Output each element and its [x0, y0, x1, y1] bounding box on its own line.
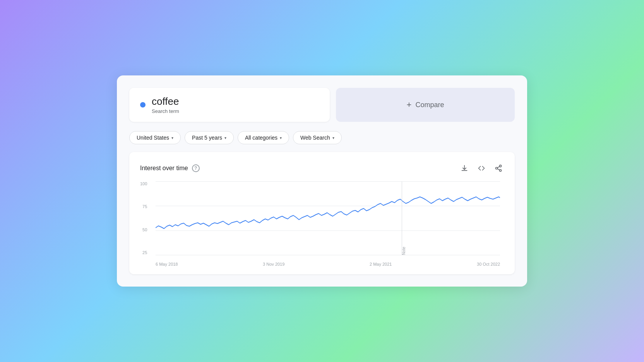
- y-label-100: 100: [140, 181, 147, 186]
- chevron-down-icon: ▾: [332, 136, 334, 140]
- compare-label: Compare: [415, 101, 444, 109]
- svg-line-3: [497, 169, 500, 170]
- question-mark: ?: [194, 166, 197, 171]
- compare-box[interactable]: + Compare: [336, 88, 515, 122]
- line-chart-svg: [156, 181, 500, 255]
- filter-source-label: Web Search: [300, 135, 330, 141]
- svg-line-4: [497, 167, 500, 168]
- x-label-4: 30 Oct 2022: [477, 262, 500, 266]
- filter-region-label: United States: [137, 135, 169, 141]
- trend-line: [156, 197, 500, 229]
- term-type: Search term: [152, 108, 179, 114]
- chart-area: 100 75 50 25 Note 6 May 2018: [156, 181, 500, 266]
- chart-title-area: Interest over time ?: [140, 164, 200, 172]
- x-label-1: 6 May 2018: [156, 262, 178, 266]
- download-button[interactable]: [459, 163, 470, 174]
- share-icon: [495, 164, 502, 172]
- x-label-3: 2 May 2021: [370, 262, 392, 266]
- top-row: coffee Search term + Compare: [129, 88, 515, 122]
- chart-card: Interest over time ?: [129, 152, 515, 274]
- term-name: coffee: [152, 96, 179, 108]
- filter-category-label: All categories: [245, 135, 277, 141]
- filter-source[interactable]: Web Search ▾: [293, 131, 342, 144]
- chart-title: Interest over time: [140, 165, 188, 172]
- main-card: coffee Search term + Compare United Stat…: [117, 75, 527, 287]
- filter-period[interactable]: Past 5 years ▾: [185, 131, 234, 144]
- embed-icon: [478, 164, 485, 172]
- search-term-box: coffee Search term: [129, 88, 330, 122]
- help-icon[interactable]: ?: [192, 164, 200, 172]
- download-icon: [461, 164, 468, 172]
- y-label-50: 50: [142, 227, 147, 232]
- chart-header: Interest over time ?: [140, 163, 504, 174]
- y-label-25: 25: [142, 250, 147, 255]
- term-color-dot: [140, 102, 146, 108]
- note-line: [402, 181, 402, 255]
- term-info: coffee Search term: [152, 96, 179, 114]
- plus-icon: +: [407, 100, 412, 110]
- x-axis: 6 May 2018 3 Nov 2019 2 May 2021 30 Oct …: [156, 262, 500, 266]
- x-label-2: 3 Nov 2019: [263, 262, 284, 266]
- chevron-down-icon: ▾: [280, 136, 282, 140]
- filters-row: United States ▾ Past 5 years ▾ All categ…: [129, 131, 515, 144]
- chevron-down-icon: ▾: [224, 136, 226, 140]
- embed-button[interactable]: [476, 163, 487, 174]
- chart-actions: [459, 163, 504, 174]
- share-button[interactable]: [493, 163, 504, 174]
- y-label-75: 75: [142, 204, 147, 209]
- note-label: Note: [402, 247, 406, 255]
- filter-period-label: Past 5 years: [192, 135, 222, 141]
- filter-region[interactable]: United States ▾: [129, 131, 181, 144]
- grid-line-25: [156, 255, 500, 255]
- y-axis: 100 75 50 25: [140, 181, 150, 255]
- filter-category[interactable]: All categories ▾: [238, 131, 289, 144]
- chevron-down-icon: ▾: [171, 136, 173, 140]
